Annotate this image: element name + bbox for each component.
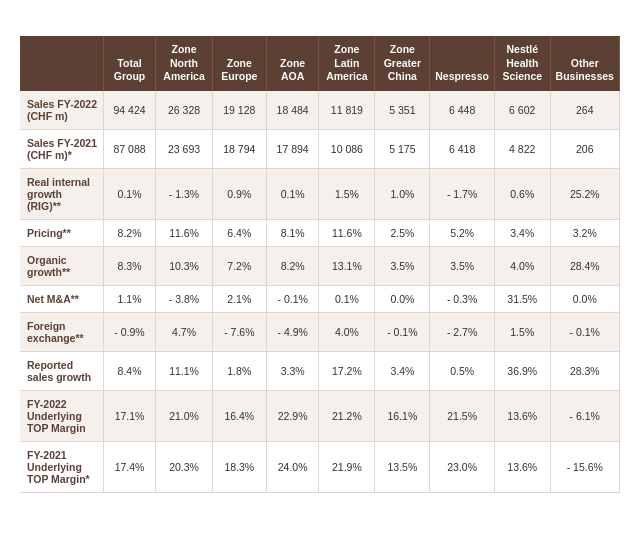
cell-zone_latin_america: 1.5%: [319, 168, 375, 219]
table-row: FY-2021 Underlying TOP Margin*17.4%20.3%…: [20, 441, 620, 492]
group-results-table: Total GroupZone North AmericaZone Europe…: [20, 36, 620, 493]
cell-zone_latin_america: 10 086: [319, 129, 375, 168]
cell-total_group: 17.1%: [103, 390, 156, 441]
cell-total_group: 1.1%: [103, 285, 156, 312]
cell-zone_greater_china: 1.0%: [375, 168, 430, 219]
cell-nestle_health_science: 0.6%: [494, 168, 550, 219]
cell-label: Net M&A**: [20, 285, 103, 312]
cell-zone_europe: 2.1%: [212, 285, 266, 312]
cell-nespresso: 3.5%: [430, 246, 495, 285]
cell-zone_north_america: 20.3%: [156, 441, 212, 492]
cell-other_businesses: 0.0%: [550, 285, 619, 312]
cell-zone_europe: 19 128: [212, 91, 266, 130]
column-header-zone_europe: Zone Europe: [212, 36, 266, 91]
cell-zone_north_america: 11.6%: [156, 219, 212, 246]
table-row: Real internal growth (RIG)**0.1%- 1.3%0.…: [20, 168, 620, 219]
cell-zone_greater_china: 16.1%: [375, 390, 430, 441]
cell-zone_europe: 16.4%: [212, 390, 266, 441]
cell-zone_aoa: 8.1%: [267, 219, 319, 246]
cell-zone_latin_america: 13.1%: [319, 246, 375, 285]
cell-total_group: - 0.9%: [103, 312, 156, 351]
table-row: Sales FY-2022 (CHF m)94 42426 32819 1281…: [20, 91, 620, 130]
cell-other_businesses: - 15.6%: [550, 441, 619, 492]
cell-nespresso: 23.0%: [430, 441, 495, 492]
cell-other_businesses: 28.3%: [550, 351, 619, 390]
cell-zone_greater_china: - 0.1%: [375, 312, 430, 351]
cell-zone_latin_america: 0.1%: [319, 285, 375, 312]
cell-other_businesses: - 6.1%: [550, 390, 619, 441]
column-header-other_businesses: Other Businesses: [550, 36, 619, 91]
cell-zone_latin_america: 4.0%: [319, 312, 375, 351]
cell-zone_north_america: - 1.3%: [156, 168, 212, 219]
cell-zone_latin_america: 11.6%: [319, 219, 375, 246]
cell-zone_aoa: 3.3%: [267, 351, 319, 390]
cell-nespresso: 21.5%: [430, 390, 495, 441]
cell-zone_aoa: 24.0%: [267, 441, 319, 492]
table-row: Net M&A**1.1%- 3.8%2.1%- 0.1%0.1%0.0%- 0…: [20, 285, 620, 312]
cell-zone_aoa: 22.9%: [267, 390, 319, 441]
cell-zone_greater_china: 2.5%: [375, 219, 430, 246]
table-row: Organic growth**8.3%10.3%7.2%8.2%13.1%3.…: [20, 246, 620, 285]
cell-zone_latin_america: 21.2%: [319, 390, 375, 441]
cell-zone_europe: 18.3%: [212, 441, 266, 492]
cell-other_businesses: 3.2%: [550, 219, 619, 246]
column-header-zone_greater_china: Zone Greater China: [375, 36, 430, 91]
column-header-zone_north_america: Zone North America: [156, 36, 212, 91]
cell-nespresso: 6 448: [430, 91, 495, 130]
cell-label: FY-2021 Underlying TOP Margin*: [20, 441, 103, 492]
cell-nestle_health_science: 13.6%: [494, 390, 550, 441]
cell-label: FY-2022 Underlying TOP Margin: [20, 390, 103, 441]
cell-label: Reported sales growth: [20, 351, 103, 390]
cell-zone_north_america: - 3.8%: [156, 285, 212, 312]
cell-nestle_health_science: 4 822: [494, 129, 550, 168]
table-row: Sales FY-2021 (CHF m)*87 08823 69318 794…: [20, 129, 620, 168]
cell-zone_greater_china: 3.5%: [375, 246, 430, 285]
cell-nespresso: 6 418: [430, 129, 495, 168]
cell-other_businesses: - 0.1%: [550, 312, 619, 351]
cell-label: Real internal growth (RIG)**: [20, 168, 103, 219]
cell-other_businesses: 206: [550, 129, 619, 168]
cell-total_group: 87 088: [103, 129, 156, 168]
cell-nespresso: - 0.3%: [430, 285, 495, 312]
cell-nestle_health_science: 31.5%: [494, 285, 550, 312]
table-row: Foreign exchange**- 0.9%4.7%- 7.6%- 4.9%…: [20, 312, 620, 351]
cell-total_group: 17.4%: [103, 441, 156, 492]
cell-zone_greater_china: 0.0%: [375, 285, 430, 312]
cell-zone_aoa: 17 894: [267, 129, 319, 168]
cell-zone_greater_china: 5 351: [375, 91, 430, 130]
cell-other_businesses: 25.2%: [550, 168, 619, 219]
cell-nespresso: 5.2%: [430, 219, 495, 246]
cell-nestle_health_science: 3.4%: [494, 219, 550, 246]
cell-zone_greater_china: 5 175: [375, 129, 430, 168]
cell-nespresso: 0.5%: [430, 351, 495, 390]
cell-zone_europe: 6.4%: [212, 219, 266, 246]
table-row: Reported sales growth8.4%11.1%1.8%3.3%17…: [20, 351, 620, 390]
cell-other_businesses: 28.4%: [550, 246, 619, 285]
cell-zone_north_america: 4.7%: [156, 312, 212, 351]
cell-nestle_health_science: 6 602: [494, 91, 550, 130]
cell-zone_greater_china: 3.4%: [375, 351, 430, 390]
cell-zone_latin_america: 17.2%: [319, 351, 375, 390]
column-header-total_group: Total Group: [103, 36, 156, 91]
cell-label: Pricing**: [20, 219, 103, 246]
column-header-nestle_health_science: Nestlé Health Science: [494, 36, 550, 91]
cell-nespresso: - 1.7%: [430, 168, 495, 219]
cell-label: Sales FY-2021 (CHF m)*: [20, 129, 103, 168]
cell-nestle_health_science: 4.0%: [494, 246, 550, 285]
cell-zone_aoa: 18 484: [267, 91, 319, 130]
cell-total_group: 8.3%: [103, 246, 156, 285]
cell-other_businesses: 264: [550, 91, 619, 130]
cell-zone_latin_america: 21.9%: [319, 441, 375, 492]
cell-nestle_health_science: 36.9%: [494, 351, 550, 390]
cell-total_group: 0.1%: [103, 168, 156, 219]
cell-zone_north_america: 10.3%: [156, 246, 212, 285]
column-header-zone_latin_america: Zone Latin America: [319, 36, 375, 91]
cell-zone_europe: 1.8%: [212, 351, 266, 390]
cell-nestle_health_science: 1.5%: [494, 312, 550, 351]
cell-zone_aoa: - 0.1%: [267, 285, 319, 312]
cell-label: Foreign exchange**: [20, 312, 103, 351]
cell-total_group: 8.2%: [103, 219, 156, 246]
cell-zone_aoa: - 4.9%: [267, 312, 319, 351]
table-row: FY-2022 Underlying TOP Margin17.1%21.0%1…: [20, 390, 620, 441]
cell-label: Organic growth**: [20, 246, 103, 285]
